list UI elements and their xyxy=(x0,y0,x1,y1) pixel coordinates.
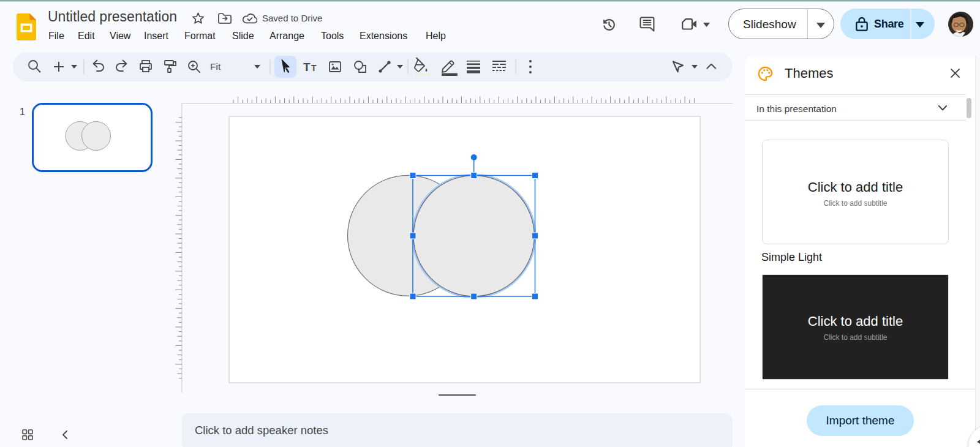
svg-text:T: T xyxy=(311,63,317,73)
svg-text:Fit: Fit xyxy=(210,61,221,72)
svg-text:T: T xyxy=(303,61,311,73)
